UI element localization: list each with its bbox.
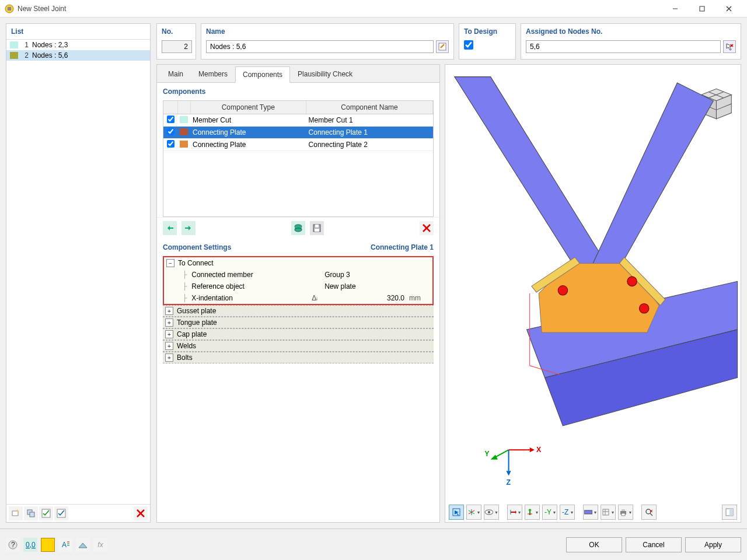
move-down-button[interactable] (181, 221, 196, 235)
zoom-extents-button[interactable] (641, 505, 657, 520)
setting-value[interactable]: 320.0 (321, 294, 409, 302)
svg-marker-58 (528, 509, 532, 510)
setting-group[interactable]: +Bolts (163, 352, 434, 363)
to-design-checkbox[interactable] (464, 40, 473, 50)
component-row[interactable]: Connecting PlateConnecting Plate 1 (163, 127, 433, 139)
svg-marker-82 (79, 543, 87, 548)
setting-group-label: Cap plate (177, 330, 207, 338)
to-connect-header[interactable]: − To Connect (164, 257, 432, 269)
view-neg-z-button[interactable]: -Z▼ (560, 505, 575, 520)
uncheck-all-button[interactable] (54, 506, 68, 520)
fx-button[interactable]: fx (93, 538, 107, 552)
tab-members[interactable]: Members (191, 66, 235, 82)
svg-rect-74 (729, 509, 733, 516)
setting-row[interactable]: ├Reference objectNew plate (164, 281, 432, 292)
setting-group[interactable]: +Cap plate (163, 328, 434, 340)
assigned-nodes-label: Assigned to Nodes No. (526, 27, 736, 36)
edit-name-button[interactable] (436, 40, 449, 53)
component-checkbox[interactable] (167, 128, 174, 135)
library-button[interactable] (291, 221, 305, 235)
fullscreen-button[interactable] (722, 505, 737, 520)
tab-main[interactable]: Main (160, 66, 191, 82)
wireframe-mode-button[interactable]: ▼ (601, 505, 616, 520)
member-diagonal-right (593, 83, 713, 272)
delete-component-button[interactable] (420, 221, 434, 235)
expand-icon[interactable]: + (165, 307, 173, 315)
axis-view-button[interactable]: ▼ (466, 505, 481, 520)
svg-rect-68 (622, 513, 625, 516)
list-toolbar (6, 504, 150, 522)
component-type: Member Cut (190, 114, 306, 127)
component-checkbox[interactable] (167, 140, 174, 148)
cancel-button[interactable]: Cancel (626, 537, 682, 552)
settings-title: Component Settings (163, 243, 231, 251)
collapse-icon[interactable]: − (166, 259, 174, 267)
setting-group[interactable]: +Gusset plate (163, 305, 434, 317)
color-button[interactable] (41, 538, 55, 552)
svg-point-25 (295, 228, 302, 232)
title-bar: New Steel Joint (0, 0, 747, 18)
print-button[interactable]: ▼ (618, 505, 633, 520)
view-x-button[interactable]: ▼ (507, 505, 522, 520)
no-input[interactable] (162, 40, 192, 53)
svg-marker-7 (17, 509, 19, 512)
list-item[interactable]: 2Nodes : 5,6 (6, 50, 150, 61)
setting-group[interactable]: +Tongue plate (163, 317, 434, 328)
setting-group[interactable]: +Welds (163, 340, 434, 352)
setting-label: X-indentation (189, 294, 306, 302)
maximize-button[interactable] (689, 0, 715, 18)
swatch-icon (10, 52, 18, 59)
assigned-nodes-field-box: Assigned to Nodes No. (521, 23, 741, 60)
joint-3d-view[interactable]: X Y Z (445, 65, 741, 522)
components-table: Component Type Component Name Member Cut… (163, 100, 434, 217)
component-checkbox[interactable] (167, 116, 174, 123)
assigned-nodes-input[interactable] (526, 40, 721, 53)
units-button[interactable]: 0,00 (23, 538, 37, 552)
bolt-icon (627, 276, 637, 286)
save-component-button[interactable] (310, 221, 324, 235)
expand-icon[interactable]: + (165, 342, 173, 350)
move-up-button[interactable] (163, 221, 177, 235)
preview-button[interactable] (76, 538, 90, 552)
svg-rect-28 (315, 229, 319, 232)
list-header: List (6, 24, 150, 40)
component-row[interactable]: Member CutMember Cut 1 (163, 114, 433, 127)
show-hide-button[interactable]: ▼ (484, 505, 499, 520)
setting-row[interactable]: ├Connected memberGroup 3 (164, 269, 432, 281)
pick-nodes-button[interactable] (723, 40, 736, 53)
setting-label: Reference object (189, 282, 306, 290)
expand-icon[interactable]: + (165, 318, 173, 327)
view-y-button[interactable]: ▼ (525, 505, 540, 520)
tab-components[interactable]: Components (235, 66, 290, 83)
svg-marker-19 (167, 226, 170, 230)
list-item-num: 2 (22, 51, 29, 60)
svg-rect-9 (30, 512, 34, 517)
component-name: Connecting Plate 2 (306, 139, 433, 151)
render-mode-button[interactable]: ▼ (583, 505, 598, 520)
help-button[interactable]: ? (6, 538, 20, 552)
svg-point-53 (488, 511, 490, 513)
setting-value[interactable]: Group 3 (321, 271, 409, 279)
svg-text:-Z: -Z (562, 508, 568, 516)
ok-button[interactable]: OK (566, 537, 622, 552)
select-mode-button[interactable] (449, 505, 464, 520)
list-item[interactable]: 1Nodes : 2,3 (6, 40, 150, 50)
component-row[interactable]: Connecting PlateConnecting Plate 2 (163, 139, 433, 151)
svg-text:0,00: 0,00 (26, 541, 36, 549)
font-button[interactable]: A (58, 538, 72, 552)
duplicate-item-button[interactable] (24, 506, 38, 520)
check-all-button[interactable] (39, 506, 53, 520)
viewport[interactable]: X Y Z ▼ ▼ ▼ ▼ -Y▼ -Z▼ ▼ ▼ (445, 64, 741, 523)
expand-icon[interactable]: + (165, 330, 173, 338)
name-input[interactable] (206, 40, 434, 53)
minimize-button[interactable] (662, 0, 689, 18)
close-button[interactable] (715, 0, 742, 18)
setting-value[interactable]: New plate (321, 282, 409, 290)
new-item-button[interactable] (9, 506, 23, 520)
view-neg-y-button[interactable]: -Y▼ (542, 505, 557, 520)
setting-row[interactable]: ├X-indentationΔᵢ320.0mm (164, 292, 432, 304)
apply-button[interactable]: Apply (685, 537, 741, 552)
expand-icon[interactable]: + (165, 354, 173, 362)
delete-item-button[interactable] (134, 506, 148, 520)
tab-plausibility-check[interactable]: Plausibility Check (290, 66, 360, 82)
